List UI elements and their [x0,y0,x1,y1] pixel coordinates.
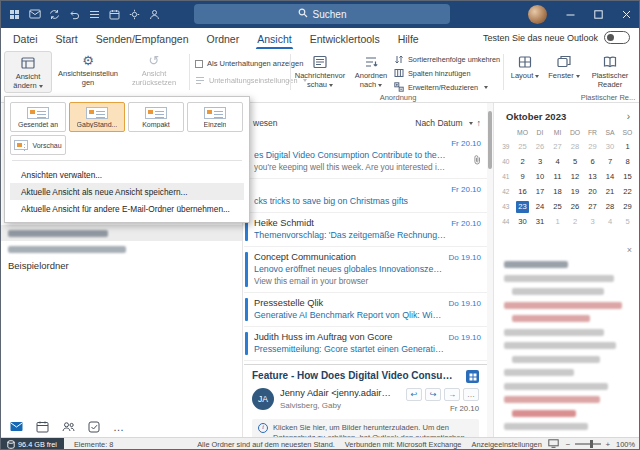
message-preview-button[interactable]: Nachrichtenvorschau [294,51,346,93]
calendar-day[interactable]: 25 [549,199,567,214]
calendar-day[interactable]: 30 [514,214,532,229]
calendar-day[interactable]: 2 [514,154,532,169]
calendar-day[interactable]: 15 [619,169,637,184]
calendar-day[interactable]: 25 [514,139,532,154]
view-gallery-item[interactable]: Vorschau [10,135,66,155]
next-month-icon[interactable]: › [627,111,630,122]
calendar-day[interactable]: 1 [549,214,567,229]
more-modules-icon[interactable]: … [113,422,124,432]
tab-datei[interactable]: Datei [4,30,47,48]
expand-collapse-button[interactable]: Erweitern/Reduzieren [394,82,488,92]
reading-view-icon[interactable] [548,439,559,450]
add-columns-button[interactable]: Spalten hinzufügen [394,68,470,78]
calendar-day[interactable]: 11 [549,169,567,184]
email-list-item[interactable]: Concept CommunicationLenovo eröffnet neu… [244,247,487,293]
calendar-day[interactable]: 4 [601,214,619,229]
immersive-reader-button[interactable]: Plastischer Reader [584,51,636,93]
mail-icon[interactable] [28,8,41,21]
view-gallery-item[interactable]: Gesendet an [10,102,66,132]
calendar-day[interactable]: 24 [531,199,549,214]
maximize-button[interactable] [584,0,612,28]
reply-button[interactable]: ↩ [406,388,422,401]
user-avatar[interactable] [528,5,547,24]
window-button[interactable]: Fenster [546,51,582,93]
people-module-icon[interactable] [61,420,75,433]
close-icon[interactable]: × [627,246,632,255]
calendar-day[interactable]: 26 [531,139,549,154]
calendar-day[interactable]: 2 [566,214,584,229]
calendar-day[interactable]: 5 [619,214,637,229]
calendar-day[interactable]: 9 [514,169,532,184]
reply-all-button[interactable]: ↪ [425,388,441,401]
calendar-day[interactable]: 13 [584,169,602,184]
calendar-day[interactable]: 22 [619,184,637,199]
sort-control[interactable]: Nach Datum ↑ [415,118,481,128]
calendar-day[interactable]: 20 [584,184,602,199]
calendar-day[interactable]: 27 [549,139,567,154]
calendar-day[interactable]: 7 [601,154,619,169]
tab-senden-empfangen[interactable]: Senden/Empfangen [87,30,198,48]
tab-ordner[interactable]: Ordner [198,30,249,48]
calendar-day[interactable]: 8 [619,154,637,169]
forward-button[interactable]: → [444,388,460,401]
change-view-button[interactable]: Ansicht ändern [4,51,52,93]
calendar-day[interactable]: 30 [601,139,619,154]
display-settings-button[interactable]: Anzeigeeinstellungen [471,440,541,449]
email-list-item[interactable]: Judith Huss im Auftrag von GcorePressemi… [244,327,487,361]
view-gallery-item[interactable]: Kompakt [128,102,184,132]
calendar-day[interactable]: 1 [619,139,637,154]
zoom-in-button[interactable]: + [605,440,610,449]
folder-item-redacted[interactable] [0,225,242,241]
view-settings-button[interactable]: ⚙ Ansichtseinstellungen [56,51,120,93]
calendar-day[interactable]: 21 [601,184,619,199]
settings-icon[interactable] [128,8,141,21]
send-receive-icon[interactable] [48,8,61,21]
calendar-day[interactable]: 28 [601,199,619,214]
zoom-level[interactable]: 100% [616,440,635,449]
calendar-day[interactable]: 19 [566,184,584,199]
undo-icon[interactable] [68,8,81,21]
calendar-day[interactable]: 10 [531,169,549,184]
reverse-sort-button[interactable]: Sortierreihenfolge umkehren [394,54,500,65]
calendar-module-icon[interactable] [35,420,49,433]
scrollbar-thumb[interactable] [488,111,492,169]
more-actions-button[interactable]: … [463,388,479,401]
calendar-day[interactable]: 18 [549,184,567,199]
calendar-day[interactable]: 17 [531,184,549,199]
sender-avatar[interactable]: JA [252,388,274,410]
menu-icon[interactable] [88,8,101,21]
tasks-module-icon[interactable] [87,420,101,433]
calendar-day[interactable]: 16 [514,184,532,199]
minimize-button[interactable] [556,0,584,28]
tab-hilfe[interactable]: Hilfe [389,30,428,48]
close-button[interactable] [612,0,640,28]
calendar-day[interactable]: 4 [549,154,567,169]
calendar-day[interactable]: 12 [566,169,584,184]
addin-icon[interactable] [466,370,479,383]
show-as-conversations-checkbox[interactable]: Als Unterhaltungen anzeigen [195,59,303,68]
calendar-day[interactable]: 27 [584,199,602,214]
email-list-item[interactable]: Pressestelle QlikGenerative AI Benchmark… [244,293,487,327]
zoom-slider[interactable] [575,443,601,445]
layout-button[interactable]: Layout [506,51,544,93]
calendar-day[interactable]: 28 [566,139,584,154]
calendar-day[interactable]: 26 [566,199,584,214]
view-menu-item[interactable]: Ansichten verwalten... [10,166,244,183]
calendar-day[interactable]: 31 [531,214,549,229]
email-list-item[interactable]: Heike SchmidtThemenvorschlag: 'Das zeitg… [244,213,487,247]
calendar-day[interactable]: 29 [584,139,602,154]
new-outlook-toggle[interactable] [604,31,630,44]
person-icon[interactable] [148,8,161,21]
app-launcher-icon[interactable] [8,8,21,21]
tab-start[interactable]: Start [47,30,87,48]
calendar-day[interactable]: 5 [566,154,584,169]
email-list-item[interactable]: es Digital Video Consumption Contribute … [244,133,487,179]
calendar-day[interactable]: 23 [514,199,532,214]
zoom-out-button[interactable]: − [566,440,571,449]
search-input[interactable]: Suchen [194,4,450,24]
email-list-item[interactable]: cks tricks to save big on Christmas gift… [244,179,487,213]
calendar-day[interactable]: 6 [584,154,602,169]
calendar-day[interactable]: 14 [601,169,619,184]
view-gallery-item[interactable]: GabyStand... [69,102,125,132]
arrange-by-button[interactable]: Anordnen nach [349,51,393,93]
